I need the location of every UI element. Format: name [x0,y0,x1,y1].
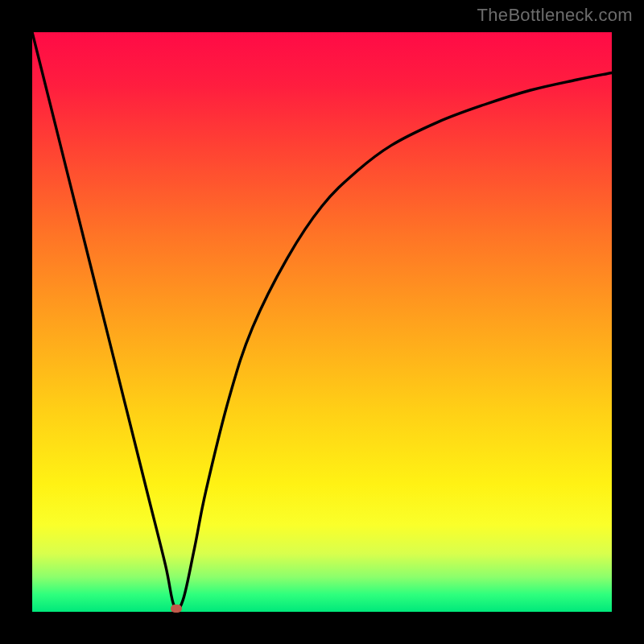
optimum-marker [171,605,182,613]
credit-watermark: TheBottleneck.com [477,5,633,26]
curve-path [32,32,612,609]
bottleneck-curve [32,32,612,612]
chart-frame: TheBottleneck.com [0,0,644,644]
plot-area [32,32,612,612]
